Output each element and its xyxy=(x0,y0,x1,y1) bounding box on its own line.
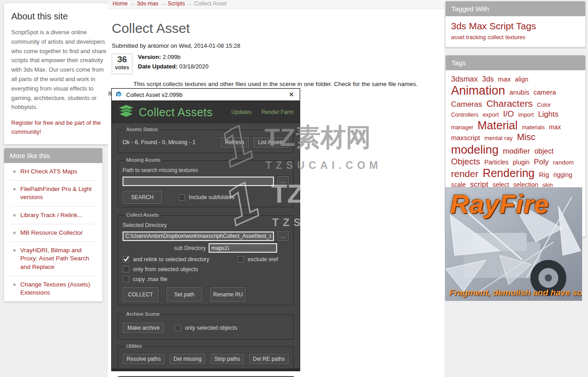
relink-checkbox[interactable] xyxy=(123,256,129,263)
related-script-link[interactable]: MB Resource Collector xyxy=(20,229,83,236)
related-script-link[interactable]: VrayHDRI, Bitmap and Proxy: Asset Path S… xyxy=(20,247,89,270)
tag-cloud-link[interactable]: maxscript xyxy=(451,134,480,141)
search-button[interactable]: SEARCH xyxy=(123,191,162,204)
list-item: RH Check ATS Maps xyxy=(10,163,96,181)
tag-cloud-link[interactable]: import xyxy=(518,112,534,118)
rename-ru-button[interactable]: Rename RU xyxy=(210,287,246,302)
version-value: 2.099b xyxy=(163,54,181,60)
about-body: ScriptSpot is a diverse online community… xyxy=(11,28,109,112)
copy-max-file-checkbox[interactable] xyxy=(123,276,129,282)
tag-cloud-link[interactable]: Rendering xyxy=(483,167,534,179)
breadcrumb-link[interactable]: 3ds-max xyxy=(137,0,159,7)
breadcrumb-link[interactable]: Scripts xyxy=(168,0,185,7)
tag-cloud-link[interactable]: camera xyxy=(533,88,556,96)
related-script-link[interactable]: Change Textures (Assets) Extensions xyxy=(20,281,90,296)
set-path-button[interactable]: Set path xyxy=(166,287,202,302)
tag-cloud-link[interactable]: 3dsmax xyxy=(451,75,478,83)
exclude-xref-checkbox[interactable] xyxy=(237,256,244,263)
list-item: FilePathFinder Pro & Light versions xyxy=(10,181,96,206)
tag-cloud-link[interactable]: Controllers xyxy=(451,112,478,118)
tagged-with-heading: 3ds Max Script Tags xyxy=(451,21,580,32)
collect-asset-dialog: Collect Asset v2.099b ✕ Collect Assets U… xyxy=(111,88,300,371)
related-script-link[interactable]: RH Check ATS Maps xyxy=(20,168,77,175)
tag-cloud-link[interactable]: random xyxy=(553,159,574,166)
rayfire-ad[interactable]: RayFire Fragment, demolish and have some… xyxy=(445,187,582,301)
resolve-paths-button[interactable]: Resolve paths xyxy=(123,354,165,364)
tag-cloud-link[interactable]: Objects xyxy=(451,157,480,166)
tag-cloud-link[interactable]: modifier xyxy=(503,147,530,155)
tag-cloud-link[interactable]: Misc xyxy=(517,132,535,142)
breadcrumb-link[interactable]: Home xyxy=(113,0,128,7)
tag-cloud-link[interactable]: export xyxy=(483,111,499,118)
archive-only-selected-label: only selected objects xyxy=(185,325,237,331)
list-item: Change Textures (Assets) Extensions xyxy=(10,276,96,301)
tag-cloud-link[interactable]: rigging xyxy=(553,171,572,178)
render-farm-link[interactable]: Render Farm xyxy=(261,109,293,115)
collect-button[interactable]: COLLECT xyxy=(123,287,159,302)
tag-cloud-link[interactable]: I/O xyxy=(503,109,514,118)
more-like-this-box: More like this RH Check ATS MapsFilePath… xyxy=(4,148,103,302)
tag-cloud-link[interactable]: Lights xyxy=(538,110,558,118)
archive-only-selected-checkbox[interactable] xyxy=(174,325,181,332)
sub-directory-input[interactable] xyxy=(209,243,277,253)
assets-status-text: Ok - 6, Found - 0, Missing - 1 xyxy=(123,139,220,145)
missing-path-input[interactable] xyxy=(123,177,274,186)
tag-cloud-link[interactable]: anubis xyxy=(510,88,529,96)
bullet-icon xyxy=(13,283,16,286)
make-archive-button[interactable]: Make archive xyxy=(123,322,164,333)
tag-cloud-link[interactable]: Color xyxy=(537,101,551,108)
del-re-paths-button[interactable]: Del RE paths xyxy=(249,354,289,364)
collect-browse-button[interactable]: ... xyxy=(277,231,289,241)
tag-link[interactable]: collect xyxy=(488,34,503,41)
missing-browse-button[interactable]: ... xyxy=(277,176,289,186)
collect-assets-logo-icon xyxy=(118,105,134,119)
submitted-line: Submitted by antomor on Wed, 2014-01-08 … xyxy=(112,42,444,49)
more-like-this-list: RH Check ATS MapsFilePathFinder Pro & Li… xyxy=(4,163,102,301)
tag-cloud-link[interactable]: Material xyxy=(478,119,518,132)
updates-link[interactable]: Updates xyxy=(232,109,252,115)
copy-max-file-label: copy .max file xyxy=(133,276,167,282)
tag-cloud-link[interactable]: max xyxy=(549,123,561,131)
include-subfolders-checkbox[interactable] xyxy=(178,194,185,201)
tag-cloud-link[interactable]: max xyxy=(498,75,511,83)
tag-cloud-link[interactable]: object xyxy=(534,147,554,155)
tag-cloud-link[interactable]: Rig xyxy=(539,171,549,178)
strip-paths-button[interactable]: Strip paths xyxy=(210,354,244,364)
close-icon[interactable]: ✕ xyxy=(287,91,296,99)
only-selected-objects-checkbox[interactable] xyxy=(123,266,129,273)
tag-cloud-link[interactable]: Characters xyxy=(486,98,533,109)
include-subfolders-label: Include subfolders xyxy=(189,194,234,200)
related-script-link[interactable]: Library Track / Relink... xyxy=(20,212,82,218)
tag-cloud-link[interactable]: align xyxy=(515,76,529,83)
collect-assets-legend: Collect Assets xyxy=(124,212,160,218)
list-item: VrayHDRI, Bitmap and Proxy: Asset Path S… xyxy=(10,242,96,276)
breadcrumb-current: Collect Asset xyxy=(194,0,227,7)
tag-cloud-link[interactable]: 3ds xyxy=(482,75,494,83)
tag-cloud-link[interactable]: render xyxy=(451,168,479,179)
refresh-button[interactable]: Refresh xyxy=(220,137,249,148)
tag-cloud-link[interactable]: Animation xyxy=(451,84,505,97)
collect-assets-group: Collect Assets Selected Directory ... su… xyxy=(118,215,294,305)
tag-cloud-link[interactable]: modeling xyxy=(451,143,499,156)
related-script-link[interactable]: FilePathFinder Pro & Light versions xyxy=(20,186,91,200)
dialog-header: Collect Assets Updates Render Farm xyxy=(112,101,300,123)
page-title: Collect Asset xyxy=(112,21,444,36)
tag-link[interactable]: textures xyxy=(506,34,525,41)
tag-cloud-link[interactable]: Poly xyxy=(534,158,549,166)
tag-cloud-link[interactable]: materials xyxy=(522,124,545,131)
tag-cloud-link[interactable]: Cameras xyxy=(451,100,482,109)
tag-link[interactable]: asset tracking xyxy=(451,34,486,41)
tag-cloud-link[interactable]: mental ray xyxy=(484,135,513,141)
utilites-group: Utilites Resolve pathsDel missingStrip p… xyxy=(118,346,294,370)
rayfire-ad-caption: Fragment, demolish and have some fun xyxy=(449,288,582,298)
tag-cloud-link[interactable]: plugin xyxy=(513,159,529,166)
tag-cloud-link[interactable]: manager xyxy=(451,124,473,131)
breadcrumb-separator: → xyxy=(160,0,166,7)
selected-directory-input[interactable] xyxy=(123,232,274,241)
list-assets-button[interactable]: List Assets xyxy=(253,137,289,148)
tag-cloud-link[interactable]: Particles xyxy=(484,159,509,166)
register-link[interactable]: Register for free and be part of the com… xyxy=(11,118,109,136)
tags-title: Tags xyxy=(446,55,585,70)
only-selected-objects-label: only from selected objects xyxy=(133,266,198,273)
del-missing-button[interactable]: Del missing xyxy=(169,354,205,364)
